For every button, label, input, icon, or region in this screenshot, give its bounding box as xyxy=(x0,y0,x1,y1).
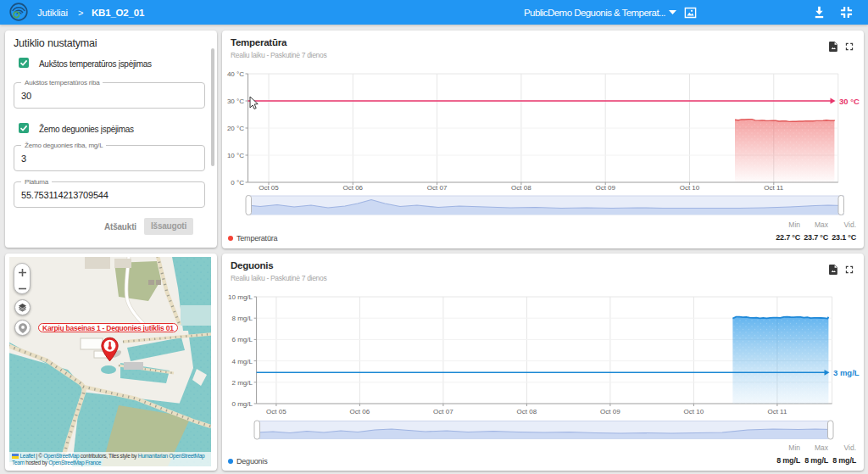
svg-text:Oct 11: Oct 11 xyxy=(767,408,787,415)
svg-text:20 °C: 20 °C xyxy=(227,125,244,132)
svg-text:Oct 09: Oct 09 xyxy=(600,408,620,415)
svg-text:3 mg/L: 3 mg/L xyxy=(833,368,860,377)
svg-text:Oct 09: Oct 09 xyxy=(595,184,615,192)
svg-text:10 °C: 10 °C xyxy=(227,152,244,159)
svg-text:Oct 08: Oct 08 xyxy=(511,184,531,192)
svg-text:10 mg/L: 10 mg/L xyxy=(228,293,253,301)
svg-text:4 mg/L: 4 mg/L xyxy=(232,358,253,365)
svg-text:Oct 10: Oct 10 xyxy=(684,408,704,415)
svg-text:Oct 10: Oct 10 xyxy=(680,184,700,192)
svg-text:30 °C: 30 °C xyxy=(839,97,860,106)
svg-text:Oct 11: Oct 11 xyxy=(764,184,784,192)
svg-text:0 °C: 0 °C xyxy=(231,179,244,187)
svg-text:Oct 05: Oct 05 xyxy=(259,184,279,192)
svg-text:2 mg/L: 2 mg/L xyxy=(232,379,253,387)
svg-text:Oct 05: Oct 05 xyxy=(266,408,287,415)
svg-text:Oct 07: Oct 07 xyxy=(427,184,448,192)
svg-text:Oct 08: Oct 08 xyxy=(517,408,537,415)
svg-text:6 mg/L: 6 mg/L xyxy=(232,336,253,343)
svg-text:0 mg/L: 0 mg/L xyxy=(232,400,253,408)
svg-text:30 °C: 30 °C xyxy=(227,98,244,105)
svg-text:Oct 06: Oct 06 xyxy=(350,408,370,415)
svg-text:Oct 07: Oct 07 xyxy=(433,408,453,415)
svg-text:8 mg/L: 8 mg/L xyxy=(232,315,253,322)
svg-text:Oct 06: Oct 06 xyxy=(343,184,364,192)
svg-text:40 °C: 40 °C xyxy=(227,70,244,78)
